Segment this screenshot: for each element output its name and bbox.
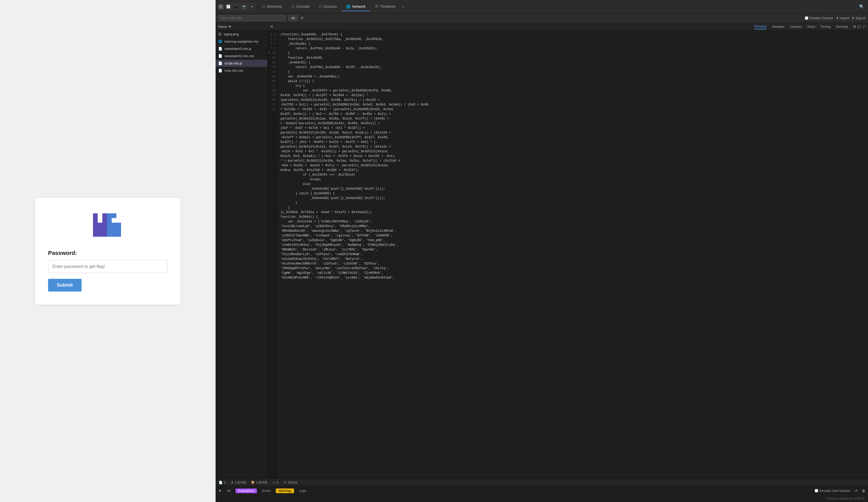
svg-rect-21 [98, 232, 102, 237]
file-icon-mvpcss: 📄 [218, 69, 222, 72]
filter-bar: All ↺ Disable Caches ⬇ Import ⬆ Export [216, 13, 868, 23]
headers-tab[interactable]: Headers [772, 24, 784, 29]
code-content[interactable]: (function(_0xaa640e, _0x279ce4) { functi… [278, 31, 868, 479]
export-icon: ⬆ [851, 16, 855, 20]
console-cleared-message: Console cleared at 23:32:30 [216, 495, 868, 502]
preview-tab[interactable]: Preview [754, 24, 766, 29]
filter-refresh-icon[interactable]: ↺ [300, 16, 303, 21]
emulate-gesture-checkbox[interactable] [815, 489, 818, 492]
more-tabs-button[interactable]: » [400, 3, 406, 11]
console-evaluations-button[interactable]: Evaluations [236, 489, 257, 493]
file-list: 🖼 wgmy.png 🌐 warmup.wargames.my 📄 sweeta… [216, 31, 268, 479]
wgmy-logo [91, 208, 125, 242]
console-errors-button[interactable]: Errors [259, 489, 273, 493]
tab-console-label: Console [296, 4, 309, 9]
file-item-warmup[interactable]: 🌐 warmup.wargames.my [216, 38, 267, 45]
resources-size: 1.63 KB [256, 481, 267, 484]
import-icon: ⬇ [836, 16, 839, 20]
file-name-sweetalertcss: sweetalert2.min.css [224, 54, 254, 58]
svg-rect-19 [116, 227, 121, 232]
tab-timelines[interactable]: ⏱ Timelines [370, 2, 400, 11]
password-input[interactable] [48, 260, 167, 273]
warnings-count: 0 [277, 481, 278, 484]
logo-area [91, 208, 125, 242]
close-devtools-button[interactable]: ✕ [218, 4, 223, 9]
inspector-icon[interactable]: ⬜ [225, 3, 232, 10]
warnings-status: ⚠ 0 [272, 481, 278, 484]
import-button[interactable]: ⬇ Import [836, 16, 849, 20]
tab-elements[interactable]: ⬡ Elements [258, 2, 287, 11]
time-value: 352ms [288, 481, 297, 484]
filter-input[interactable] [218, 15, 286, 21]
responsive-icon[interactable]: 📱 [233, 3, 239, 10]
security-tab[interactable]: Security [836, 24, 848, 29]
submit-button[interactable]: Submit [48, 279, 82, 291]
svg-rect-22 [102, 232, 107, 237]
elements-icon: ⬡ [262, 4, 266, 9]
copy-icon[interactable]: ⧉ [853, 24, 856, 29]
svg-rect-11 [107, 213, 112, 218]
svg-rect-24 [112, 232, 116, 237]
sources-icon: ⬡ [319, 4, 322, 9]
console-refresh-icon[interactable]: ↺ [855, 489, 858, 493]
file-item-scriptjs[interactable]: 📄 script.min.js [216, 60, 267, 67]
sort-icon: ▼ [228, 25, 232, 29]
resources-status: 📦 1.63 KB [251, 481, 267, 484]
tab-sources[interactable]: ⬡ Sources [314, 2, 342, 11]
line-numbers: 1 2 3 4 5 6 7 8 9 10 11 12 13 14 15 16 1… [268, 31, 278, 479]
svg-rect-23 [107, 232, 112, 237]
svg-rect-17 [107, 227, 112, 232]
action-icons: ⧉ { } ⤢ [853, 24, 865, 29]
file-name-mvpcss: mvp.min.css [224, 69, 243, 72]
console-chevron-icon[interactable]: ▼ [218, 489, 222, 493]
console-warnings-button[interactable]: Warnings [276, 489, 294, 493]
svg-rect-12 [112, 213, 116, 218]
devtools-tabs: ⬡ Elements ⬡ Console ⬡ Sources 🌐 Network… [258, 2, 406, 11]
timing-tab[interactable]: Timing [820, 24, 830, 29]
svg-rect-8 [102, 218, 107, 223]
svg-rect-20 [93, 232, 98, 237]
console-all-button[interactable]: All [224, 489, 233, 493]
console-delete-icon[interactable]: 🗑 [862, 489, 865, 493]
status-bar: 📄 2 ⬇ 1.42 KB 📦 1.63 KB ⚠ 0 ⏱ 352ms [216, 479, 868, 486]
file-item-mvpcss[interactable]: 📄 mvp.min.css [216, 67, 267, 74]
tab-network[interactable]: 🌐 Network [342, 2, 370, 11]
svg-rect-25 [116, 232, 121, 237]
disable-caches-checkbox[interactable] [805, 17, 808, 20]
console-icon: ⬡ [291, 4, 294, 9]
console-logs-button[interactable]: Logs [297, 489, 309, 493]
form-area: Password: Submit [48, 250, 167, 291]
svg-rect-2 [93, 218, 98, 223]
settings-icon[interactable]: ✦ [248, 3, 255, 10]
password-card: Password: Submit [35, 198, 180, 305]
filter-all-button[interactable]: All [288, 15, 298, 21]
screenshot-icon[interactable]: 📷 [240, 3, 247, 10]
file-item-sweetalertjs[interactable]: 📄 sweetalert2.min.js [216, 45, 267, 52]
requests-icon: 📄 [219, 481, 223, 484]
file-item-sweetalertcss[interactable]: 📄 sweetalert2.min.css [216, 52, 267, 60]
file-item-wgmy[interactable]: 🖼 wgmy.png [216, 31, 267, 38]
devtools-search-icon[interactable]: 🔍 [856, 4, 868, 9]
expand-icon[interactable]: ⤢ [862, 24, 865, 29]
toolbar-icons: ⬜ 📱 📷 ✦ [225, 3, 255, 10]
format-icon[interactable]: { } [857, 24, 861, 29]
file-icon-sweetalertjs: 📄 [218, 47, 222, 51]
tab-console[interactable]: ⬡ Console [287, 2, 314, 11]
file-icon-scriptjs: 📄 [218, 61, 222, 65]
transferred-size: 1.42 KB [235, 481, 246, 484]
main-area: Password: Submit [0, 0, 216, 502]
sizes-tab[interactable]: Sizes [807, 24, 815, 29]
cookies-tab[interactable]: Cookies [789, 24, 802, 29]
export-button[interactable]: ⬆ Export [851, 16, 865, 20]
console-bar: ▼ All Evaluations Errors Warnings Logs E… [216, 486, 868, 495]
file-name-scriptjs: script.min.js [224, 61, 242, 65]
transferred-status: ⬇ 1.42 KB [231, 481, 246, 484]
devtools-toolbar: ✕ ⬜ 📱 📷 ✦ ⬡ Elements ⬡ Console ⬡ Sources… [216, 0, 868, 13]
svg-rect-18 [112, 227, 116, 232]
close-details-button[interactable]: ✕ [270, 24, 273, 29]
name-column-header[interactable]: Name ▼ [216, 25, 268, 29]
svg-rect-13 [107, 218, 112, 223]
emulate-gesture-label: Emulate User Gesture [819, 489, 850, 493]
file-name-sweetalertjs: sweetalert2.min.js [224, 47, 251, 51]
tab-network-label: Network [352, 4, 365, 9]
